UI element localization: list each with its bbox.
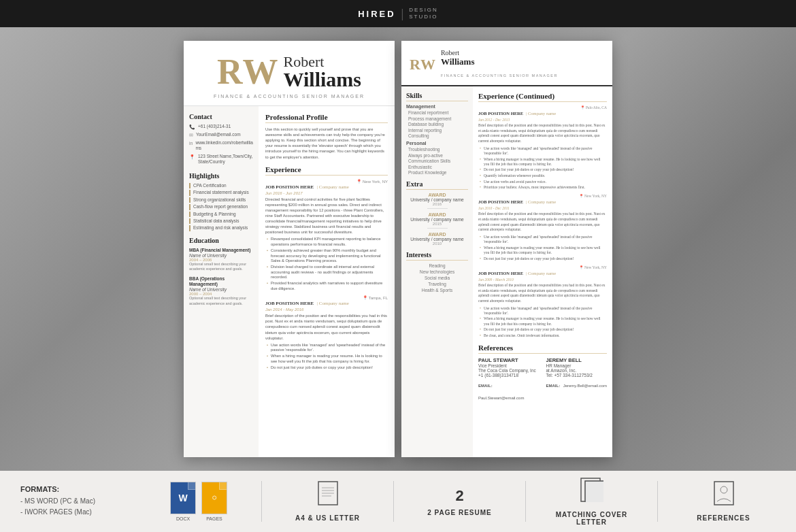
job-desc: Brief description of the position and th… [265, 313, 388, 341]
contact-linkedin: in www.linkedin.com/robertwilliams [189, 140, 253, 152]
job-bullet: Prioritize your bullets: Always, most im… [478, 185, 607, 190]
job-dates: Jun 2016 - Jun 2017 [265, 191, 388, 195]
award-divider [427, 228, 448, 229]
ref-email-label: EMAIL: [546, 384, 561, 388]
job-header: JOB POSITION HERE | Company name 📍 New Y… [478, 265, 607, 278]
job-bullet: When a hiring manager is reading your re… [265, 354, 388, 364]
ref-email: Paul.Stewart@email.com [478, 396, 524, 400]
format-item: - MS WORD (PC & Mac) [20, 496, 170, 507]
page-count: 2 [455, 487, 463, 505]
a4-label: A4 & US LETTER [295, 514, 360, 522]
job-location: 📍 New York, NY [579, 194, 607, 198]
job-title: JOB POSITION HERE [478, 199, 523, 204]
pages-icon: ⬡ PAGES [201, 482, 227, 521]
address-text: 123 Street Name,Town/City, State/Country [198, 154, 253, 165]
skill-category: ManagementFinancial reportmentProcess ma… [406, 104, 468, 138]
linkedin-icon: in [189, 141, 193, 146]
job-location: 📍 New York, NY [579, 265, 607, 269]
page1-header: R W Robert Williams FINANCE & ACCOUNTING… [184, 41, 395, 106]
main-content: R W Robert Williams FINANCE & ACCOUNTING… [0, 27, 796, 471]
edu-degree: MBA (Financial Management) [189, 248, 253, 253]
job-title: FINANCE & ACCOUNTING SENIOR MANAGER [197, 94, 381, 99]
mono-r: R [217, 54, 243, 90]
skills-section: Skills ManagementFinancial reportmentPro… [406, 92, 468, 175]
interest-item: New technologies [406, 269, 468, 274]
ref-email-label: EMAIL: [478, 384, 493, 388]
job-item: JOB POSITION HERE | Company name 📍 Palo … [478, 105, 607, 190]
feature-a4: A4 & US LETTER [276, 481, 380, 522]
job-bullet: When a hiring manager is reading your re… [478, 316, 607, 326]
profile-text: Use this section to quickly sell yoursel… [265, 127, 388, 160]
job-bullet: When a hiring manager is reading your re… [478, 157, 607, 167]
award-org: University / company name [406, 237, 468, 242]
p2-mono-r: R [410, 57, 420, 72]
divider-1 [261, 481, 262, 522]
job-dates: Jun 2010 - Dec 2011 [478, 206, 607, 210]
ref-role: HR Manager [546, 363, 608, 368]
p2-first-name: Robert [441, 49, 558, 56]
job-dates: Jan 2014 - May 2016 [265, 307, 388, 312]
education-item: BBA (Operations Management) Name of Univ… [189, 276, 253, 306]
last-name: Williams [284, 69, 361, 90]
highlight-item: Cash-flow report generation [189, 204, 253, 210]
format-items-list: - MS WORD (PC & Mac)- IWORK PAGES (Mac) [20, 496, 170, 518]
ref-company: The Coca Cola Company, Inc [478, 368, 540, 373]
highlights-list: CPA CertificationFinancial statement ana… [189, 183, 253, 231]
bottom-bar: FORMATS: - MS WORD (PC & Mac)- IWORK PAG… [0, 471, 796, 532]
divider-3 [525, 481, 526, 522]
experience-list: JOB POSITION HERE | Company name 📍 New Y… [265, 179, 388, 371]
skill-item: Financial reportment [406, 110, 468, 115]
job-desc: Brief description of the position and th… [478, 123, 607, 144]
ref-email-row: EMAIL: Paul.Stewart@email.com [478, 378, 540, 402]
contact-section-title: Contact [189, 113, 253, 120]
ref-email: Jeremy.Bell@email.com [563, 384, 607, 388]
award-title: AWARD [406, 212, 468, 217]
job-desc: Brief description of the position and th… [478, 212, 607, 233]
job-company: | Company name [317, 301, 349, 306]
edu-degree: BBA (Operations Management) [189, 276, 253, 288]
page2-body: Skills ManagementFinancial reportmentPro… [401, 86, 612, 457]
job-bullet: Use action verbs and avoid passive voice… [478, 180, 607, 184]
top-bar: HIRED | DESIGN STUDIO [0, 0, 796, 27]
a4-icon [318, 481, 338, 510]
interest-item: Reading [406, 263, 468, 268]
job-title: JOB POSITION HERE [265, 184, 314, 190]
contact-email: ✉ YourEmail@email.com [189, 132, 253, 138]
award-org: University / company name [406, 197, 468, 202]
divider-2 [393, 481, 394, 522]
feature-2page: 2 2 PAGE RESUME [408, 487, 512, 516]
job-bullet: Consistently achieved greater than 90% m… [265, 248, 388, 264]
ref-email-row: EMAIL: Jeremy.Bell@email.com [546, 378, 608, 390]
job-company: | Company name [317, 184, 349, 190]
formats-title: FORMATS: [20, 485, 170, 493]
divider-4 [657, 481, 658, 522]
brand-sub: DESIGN STUDIO [409, 7, 438, 20]
award-year: 2010 [406, 242, 468, 246]
job-location: 📍 Tampa, FL [363, 295, 388, 300]
email-text: YourEmail@email.com [196, 132, 241, 137]
page2-header: R W Robert Williams FINANCE & ACCOUNTING… [401, 41, 612, 86]
job-location: 📍 Palo Alto, CA [580, 105, 607, 110]
job-item: JOB POSITION HERE | Company name 📍 Tampa… [265, 295, 388, 370]
job-bullet: Revamped consolidated KPI management rep… [265, 237, 388, 247]
p2-last-name: Williams [441, 56, 558, 67]
highlight-item: Budgeting & Planning [189, 212, 253, 217]
skills-list: ManagementFinancial reportmentProcess ma… [406, 104, 468, 175]
contact-phone: 📞 +61 (403)214-31 [189, 124, 253, 130]
skill-item: Process management [406, 116, 468, 121]
resume-page-2: R W Robert Williams FINANCE & ACCOUNTING… [401, 41, 612, 457]
p2-name-block: Robert Williams FINANCE & ACCOUNTING SEN… [441, 49, 558, 80]
linkedin-text: www.linkedin.com/robertwilliams [195, 140, 253, 152]
job-dates: Jan 2012 - Dec 2013 [478, 118, 607, 122]
skill-item: Enthusiastic [406, 165, 468, 169]
first-name: Robert [284, 54, 361, 69]
interests-section-title: Interests [406, 251, 468, 261]
job-dates: Jun 2009 - March 2010 [478, 278, 607, 282]
resume-page-1: R W Robert Williams FINANCE & ACCOUNTING… [184, 41, 395, 457]
job-header: JOB POSITION HERE | Company name 📍 New Y… [265, 179, 388, 191]
highlights-section-title: Highlights [189, 172, 253, 180]
job-bullet: Do not just list your job duties or copy… [478, 167, 607, 172]
feature-refs: REFERENCES [671, 481, 776, 522]
docx-label: DOCX [176, 516, 190, 521]
job-bullet: Use action words like 'managed' and 'spe… [478, 306, 607, 316]
